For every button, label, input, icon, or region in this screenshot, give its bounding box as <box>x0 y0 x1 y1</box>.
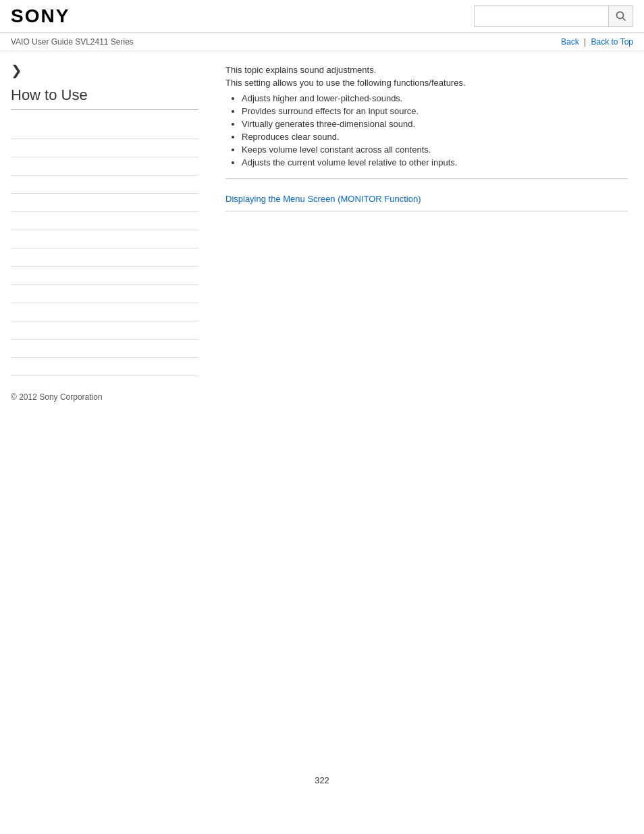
svg-point-0 <box>616 12 623 19</box>
back-to-top-link[interactable]: Back to Top <box>591 37 633 47</box>
search-icon <box>616 11 626 22</box>
header: SONY <box>0 0 644 33</box>
bullet-list: Adjusts higher and lower-pitched-sounds.… <box>225 93 628 167</box>
list-item <box>11 121 198 139</box>
list-item <box>11 358 198 376</box>
intro-line1: This topic explains sound adjustments. <box>225 65 628 75</box>
bullet-item-6: Adjusts the current volume level relativ… <box>242 157 628 167</box>
search-box <box>474 5 609 27</box>
search-input[interactable] <box>480 11 603 22</box>
footer: © 2012 Sony Corporation <box>0 376 644 407</box>
content-link-row: Displaying the Menu Screen (MONITOR Func… <box>225 187 628 211</box>
search-button[interactable] <box>609 5 633 27</box>
list-item <box>11 285 198 303</box>
header-search-area <box>474 5 633 27</box>
copyright-text: © 2012 Sony Corporation <box>11 392 103 402</box>
sub-header: VAIO User Guide SVL2411 Series Back | Ba… <box>0 33 644 51</box>
list-item <box>11 267 198 285</box>
sidebar-arrow-icon[interactable]: ❯ <box>11 62 22 78</box>
sony-logo: SONY <box>11 5 70 27</box>
list-item <box>11 303 198 321</box>
intro-line2: This setting allows you to use the follo… <box>225 78 628 88</box>
back-link[interactable]: Back <box>561 37 579 47</box>
guide-title: VAIO User Guide SVL2411 Series <box>11 37 134 47</box>
list-item <box>11 176 198 194</box>
list-item <box>11 194 198 212</box>
bullet-item-4: Reproduces clear sound. <box>242 132 628 142</box>
bullet-item-3: Virtually generates three-dimensional so… <box>242 119 628 129</box>
content-divider-1 <box>225 178 628 179</box>
list-item <box>11 230 198 249</box>
bullet-item-2: Provides surround effects for an input s… <box>242 106 628 116</box>
list-item <box>11 249 198 267</box>
main-content: ❯ How to Use This <box>0 51 644 376</box>
list-item <box>11 157 198 176</box>
sidebar-links-list <box>11 121 198 376</box>
list-item <box>11 321 198 340</box>
svg-line-1 <box>622 18 625 21</box>
sidebar: ❯ How to Use <box>0 51 209 376</box>
bullet-item-5: Keeps volume level constant across all c… <box>242 145 628 155</box>
article-content: This topic explains sound adjustments. T… <box>209 51 644 376</box>
nav-links: Back | Back to Top <box>561 37 633 47</box>
bullet-item-1: Adjusts higher and lower-pitched-sounds. <box>242 93 628 103</box>
monitor-function-link[interactable]: Displaying the Menu Screen (MONITOR Func… <box>225 194 421 204</box>
list-item <box>11 212 198 230</box>
page-number: 322 <box>315 767 329 793</box>
list-item <box>11 340 198 358</box>
nav-separator: | <box>584 37 586 47</box>
sidebar-section-title: How to Use <box>11 86 198 110</box>
list-item <box>11 139 198 157</box>
